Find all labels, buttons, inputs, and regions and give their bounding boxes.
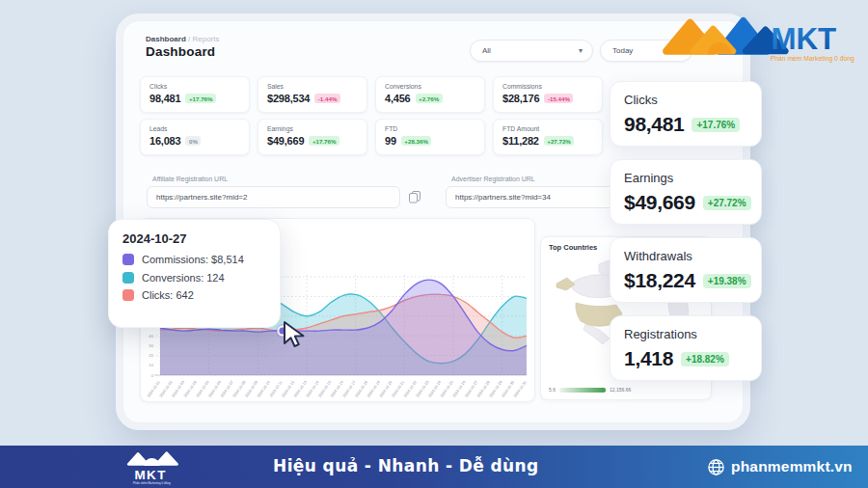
svg-text:0: 0	[151, 373, 154, 378]
stat-card: Conversions 4,456 +2.76%	[375, 76, 485, 113]
summary-card-clicks: Clicks 98,481 +17.76%	[610, 81, 762, 147]
stat-value: 98,481	[149, 93, 180, 104]
tooltip-rows: Commissions: $8,514 Conversions: 124 Cli…	[122, 254, 266, 301]
stat-value: $298,534	[267, 93, 310, 104]
summary-trend-badge: +27.72%	[703, 196, 751, 210]
summary-value: $49,669	[624, 191, 695, 214]
tooltip-row-label: Clicks: 642	[142, 289, 194, 301]
svg-text:40: 40	[149, 334, 153, 339]
stat-trend-badge: +17.76%	[185, 94, 216, 103]
summary-card-earnings: Earnings $49,669 +27.72%	[610, 159, 762, 225]
stat-trend-badge: +17.76%	[309, 136, 339, 146]
stat-label: FTD	[385, 125, 475, 132]
stat-label: Sales	[267, 83, 358, 90]
summary-value: 98,481	[624, 113, 684, 136]
mountain-logo-icon	[666, 21, 785, 55]
stat-value: $11,282	[502, 135, 539, 147]
summary-card-registrations: Registrations 1,418 +18.82%	[610, 315, 762, 381]
legend-max: 12,156.66	[610, 387, 631, 393]
chart-tooltip: 2024-10-27 Commissions: $8,514 Conversio…	[108, 219, 281, 328]
stat-label: Clicks	[149, 83, 240, 90]
summary-label: Earnings	[624, 171, 747, 185]
stat-trend-badge: 0%	[185, 136, 201, 146]
tooltip-row: Commissions: $8,514	[122, 254, 266, 265]
stat-label: FTD Amount	[502, 125, 593, 132]
stat-trend-badge: -15.44%	[544, 94, 573, 103]
series-swatch-icon	[122, 272, 134, 284]
map-legend: 5.6 12,156.66	[549, 387, 631, 393]
account-filter-value: All	[482, 46, 579, 55]
stat-trend-badge: +28.36%	[401, 136, 432, 146]
advertiser-url-label: Advertiser Registration URL	[451, 176, 535, 182]
affiliate-url-label: Affiliate Registration URL	[152, 176, 228, 182]
stat-value: 4,456	[385, 93, 411, 104]
summary-value: $18,224	[624, 269, 695, 292]
summary-trend-badge: +17.76%	[692, 118, 740, 132]
stat-label: Leads	[149, 125, 240, 132]
stat-card: FTD 99 +28.36%	[375, 119, 485, 155]
series-swatch-icon	[122, 254, 134, 265]
tooltip-date: 2024-10-27	[122, 231, 266, 246]
stat-card: Clicks 98,481 +17.76%	[140, 76, 250, 113]
globe-icon	[707, 458, 725, 476]
mouse-cursor-icon	[282, 320, 307, 349]
footer-website-link[interactable]: phanmemmkt.vn	[731, 458, 853, 475]
breadcrumb-reports[interactable]: Reports	[192, 35, 219, 43]
stat-trend-badge: -1.44%	[314, 94, 340, 103]
summary-value: 1,418	[624, 347, 673, 370]
account-filter-select[interactable]: All ▾	[470, 40, 593, 62]
stat-value: 16,083	[149, 135, 180, 147]
stat-card: Leads 16,083 0%	[140, 119, 250, 155]
stat-value: 99	[385, 135, 396, 147]
brand-name: MKT	[771, 22, 836, 56]
footer-brand-name: MKT	[135, 469, 167, 483]
breadcrumb: Dashboard / Reports	[146, 35, 220, 43]
summary-trend-badge: +19.38%	[703, 274, 751, 288]
mkt-logo: MKT Phần mềm Marketing 0 đồng	[652, 8, 858, 68]
legend-min: 5.6	[549, 387, 556, 393]
summary-label: Withdrawals	[624, 249, 747, 263]
footer-brand-tagline: Phần mềm Marketing 0 đồng	[133, 481, 171, 485]
stat-value: $49,669	[267, 135, 304, 147]
screenshot-canvas: Dashboard / Reports Dashboard All ▾ Toda…	[0, 0, 868, 488]
mkt-footer-logo: MKT Phần mềm Marketing 0 đồng	[122, 447, 191, 486]
stat-trend-badge: +2.76%	[416, 94, 443, 103]
breadcrumb-dashboard[interactable]: Dashboard	[146, 35, 186, 43]
summary-label: Clicks	[624, 93, 747, 107]
stat-value: $28,176	[502, 93, 539, 104]
stat-card: FTD Amount $11,282 +27.72%	[493, 119, 603, 155]
stat-card: Sales $298,534 -1.44%	[258, 76, 367, 113]
summary-trend-badge: +18.82%	[681, 352, 729, 366]
stat-card: Commissions $28,176 -15.44%	[493, 76, 603, 113]
svg-text:10: 10	[149, 363, 153, 367]
summary-card-withdrawals: Withdrawals $18,224 +19.38%	[610, 237, 762, 303]
svg-text:20: 20	[149, 353, 153, 358]
stats-grid: Clicks 98,481 +17.76%Sales $298,534 -1.4…	[140, 76, 603, 155]
brand-tagline: Phần mềm Marketing 0 đồng	[771, 54, 854, 63]
stat-label: Conversions	[385, 83, 475, 90]
stat-trend-badge: +27.72%	[544, 136, 575, 146]
chevron-down-icon: ▾	[579, 46, 583, 55]
tooltip-row: Conversions: 124	[122, 272, 266, 284]
footer-slogan: Hiệu quả - Nhanh - Dễ dùng	[273, 456, 539, 475]
copy-icon[interactable]	[408, 190, 421, 203]
stat-label: Earnings	[267, 125, 358, 132]
series-swatch-icon	[122, 289, 134, 301]
legend-gradient-bar	[559, 388, 606, 393]
summary-label: Registrations	[624, 327, 747, 341]
stat-label: Commissions	[502, 83, 593, 90]
stat-card: Earnings $49,669 +17.76%	[258, 119, 367, 155]
tooltip-row-label: Commissions: $8,514	[142, 254, 244, 265]
tooltip-row: Clicks: 642	[122, 289, 266, 301]
page-title: Dashboard	[146, 44, 215, 59]
tooltip-row-label: Conversions: 124	[142, 272, 225, 284]
affiliate-url-input[interactable]	[147, 186, 400, 208]
svg-text:30: 30	[149, 343, 153, 348]
